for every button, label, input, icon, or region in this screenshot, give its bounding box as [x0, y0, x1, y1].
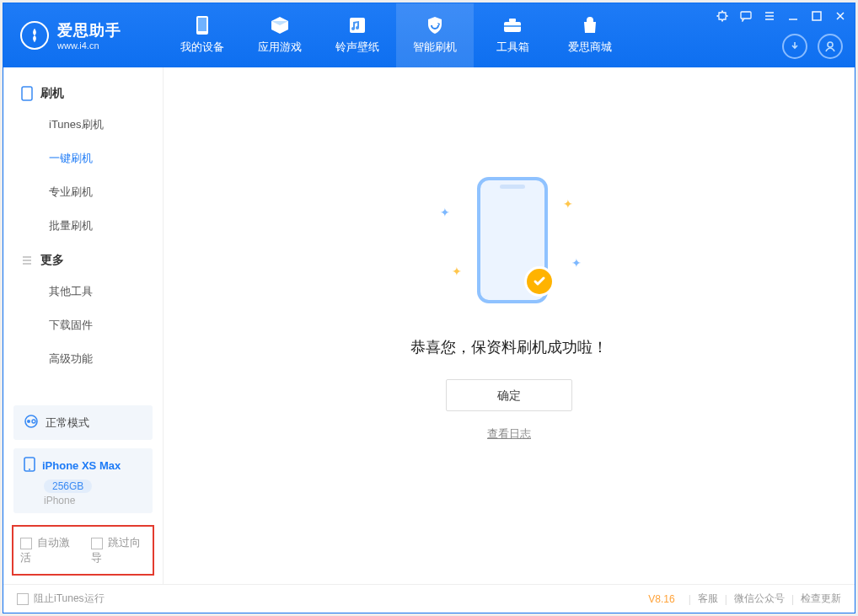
svg-rect-7	[812, 12, 821, 20]
sparkle-icon: ✦	[563, 197, 573, 211]
separator: |	[791, 593, 794, 605]
sidebar-section-label: 刷机	[40, 86, 64, 101]
feedback-icon[interactable]	[738, 8, 753, 24]
separator: |	[725, 593, 727, 605]
download-icon[interactable]	[782, 34, 807, 59]
tab-toolbox[interactable]: 工具箱	[474, 3, 551, 67]
auto-activate-checkbox[interactable]: 自动激活	[20, 535, 76, 565]
sidebar-item-pro-flash[interactable]: 专业刷机	[3, 175, 163, 209]
checkbox-label: 阻止iTunes运行	[34, 592, 105, 604]
tab-smart-flash[interactable]: 智能刷机	[396, 3, 474, 67]
svg-rect-5	[504, 25, 521, 27]
sidebar: 刷机 iTunes刷机 一键刷机 专业刷机 批量刷机 更多 其他工具 下载固件 …	[3, 67, 164, 584]
sidebar-item-onekey-flash[interactable]: 一键刷机	[3, 142, 163, 175]
tab-label: 应用游戏	[258, 40, 302, 55]
status-right: V8.16 | 客服 | 微信公众号 | 检查更新	[648, 592, 841, 606]
tab-label: 铃声壁纸	[335, 40, 379, 55]
sidebar-section-flash: 刷机	[3, 76, 163, 108]
tab-apps-games[interactable]: 应用游戏	[241, 3, 319, 67]
check-update-link[interactable]: 检查更新	[801, 592, 841, 606]
minimize-icon[interactable]	[786, 8, 801, 24]
tab-ring-wall[interactable]: 铃声壁纸	[319, 3, 396, 67]
device-phone-icon	[24, 457, 35, 474]
mode-label: 正常模式	[46, 415, 89, 431]
skin-icon[interactable]	[715, 8, 730, 24]
toolbox-icon	[501, 16, 524, 35]
options-highlight-box: 自动激活 跳过向导	[12, 525, 154, 576]
status-bar: 阻止iTunes运行 V8.16 | 客服 | 微信公众号 | 检查更新	[3, 584, 855, 613]
sparkle-icon: ✦	[571, 256, 582, 270]
checkbox-icon	[17, 593, 29, 605]
check-badge-icon	[524, 266, 555, 297]
svg-rect-4	[509, 19, 516, 22]
checkbox-icon	[20, 538, 32, 549]
tab-label: 爱思商城	[568, 40, 612, 55]
svg-point-8	[828, 42, 833, 47]
refresh-shield-icon	[423, 16, 447, 35]
wechat-link[interactable]: 微信公众号	[734, 592, 785, 606]
device-name: iPhone XS Max	[42, 459, 121, 472]
sidebar-section-label: 更多	[40, 253, 64, 268]
skip-wizard-checkbox[interactable]: 跳过向导	[91, 535, 147, 565]
close-icon[interactable]	[833, 8, 848, 24]
phone-outline-icon	[20, 87, 34, 100]
block-itunes-checkbox[interactable]: 阻止iTunes运行	[17, 592, 105, 606]
account-icons	[782, 34, 843, 59]
sidebar-item-advanced[interactable]: 高级功能	[3, 342, 163, 376]
status-left: 阻止iTunes运行	[17, 592, 105, 606]
bag-icon	[578, 16, 602, 35]
brand-name: 爱思助手	[57, 20, 121, 40]
sparkle-icon: ✦	[452, 265, 462, 278]
svg-point-14	[29, 469, 30, 470]
sidebar-item-itunes-flash[interactable]: iTunes刷机	[3, 108, 163, 142]
success-message: 恭喜您，保资料刷机成功啦！	[410, 337, 608, 357]
tab-label: 智能刷机	[413, 40, 457, 55]
mode-icon	[24, 414, 39, 431]
window-controls	[715, 8, 848, 24]
brand-url: www.i4.cn	[57, 40, 121, 51]
svg-rect-9	[22, 87, 32, 100]
success-illustration: ✦ ✦ ✦ ✦	[425, 169, 593, 320]
sidebar-scroll: 刷机 iTunes刷机 一键刷机 专业刷机 批量刷机 更多 其他工具 下载固件 …	[3, 67, 163, 399]
brand: 爱思助手 www.i4.cn	[3, 3, 164, 67]
view-log-link[interactable]: 查看日志	[487, 426, 531, 442]
app-window: 爱思助手 www.i4.cn 我的设备 应用游戏 铃声壁纸 智能刷机	[3, 3, 855, 613]
ok-button[interactable]: 确定	[446, 379, 572, 411]
topbar: 爱思助手 www.i4.cn 我的设备 应用游戏 铃声壁纸 智能刷机	[3, 3, 855, 67]
svg-point-12	[32, 420, 35, 423]
brand-logo-icon	[20, 21, 49, 50]
tab-label: 我的设备	[180, 40, 224, 55]
device-type: iPhone	[44, 495, 142, 506]
svg-rect-1	[198, 18, 206, 31]
version-label: V8.16	[648, 593, 674, 605]
device-icon	[190, 16, 214, 35]
sidebar-section-more: 更多	[3, 243, 163, 275]
list-icon	[20, 254, 34, 267]
brand-text: 爱思助手 www.i4.cn	[57, 20, 121, 51]
sidebar-item-other-tools[interactable]: 其他工具	[3, 275, 163, 308]
svg-point-11	[27, 420, 30, 423]
sparkle-icon: ✦	[440, 206, 450, 219]
cube-icon	[268, 16, 292, 35]
support-link[interactable]: 客服	[698, 592, 718, 606]
mode-card[interactable]: 正常模式	[13, 405, 153, 440]
checkbox-icon	[91, 538, 103, 549]
separator: |	[689, 593, 691, 605]
tab-my-device[interactable]: 我的设备	[164, 3, 241, 67]
user-icon[interactable]	[818, 34, 843, 59]
main-panel: ✦ ✦ ✦ ✦ 恭喜您，保资料刷机成功啦！ 确定 查看日志	[164, 67, 855, 584]
music-icon	[346, 16, 369, 35]
device-capacity: 256GB	[44, 479, 92, 493]
sidebar-item-download-firmware[interactable]: 下载固件	[3, 308, 163, 342]
body: 刷机 iTunes刷机 一键刷机 专业刷机 批量刷机 更多 其他工具 下载固件 …	[3, 67, 855, 584]
nav-tabs: 我的设备 应用游戏 铃声壁纸 智能刷机 工具箱 爱思商城	[164, 3, 629, 67]
menu-icon[interactable]	[762, 8, 777, 24]
tab-label: 工具箱	[496, 40, 529, 55]
tab-store[interactable]: 爱思商城	[551, 3, 629, 67]
maximize-icon[interactable]	[809, 8, 824, 24]
device-card[interactable]: iPhone XS Max 256GB iPhone	[13, 448, 153, 513]
sidebar-item-batch-flash[interactable]: 批量刷机	[3, 209, 163, 243]
svg-rect-6	[741, 12, 751, 19]
